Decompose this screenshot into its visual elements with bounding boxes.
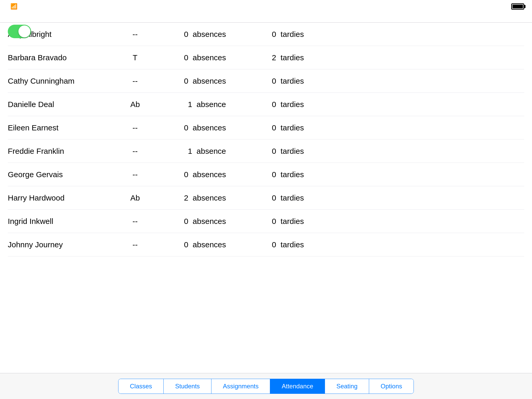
absences-count: 2 absences	[158, 194, 231, 202]
status-right	[509, 3, 524, 10]
student-list: Amy Albright -- 0 absences 0 tardies Bar…	[0, 23, 532, 256]
tardies-count: 0 tardies	[231, 77, 304, 85]
tardies-count: 0 tardies	[231, 240, 304, 249]
attendance-mark: --	[112, 77, 158, 85]
wifi-icon: 📶	[10, 3, 17, 10]
tardies-count: 0 tardies	[231, 194, 304, 202]
tab-classes[interactable]: Classes	[118, 379, 164, 394]
student-name: Barbara Bravado	[8, 53, 112, 62]
tardies-count: 0 tardies	[231, 147, 304, 156]
student-name: Ingrid Inkwell	[8, 217, 112, 226]
table-row[interactable]: George Gervais -- 0 absences 0 tardies	[8, 163, 524, 186]
tardies-count: 2 tardies	[231, 53, 304, 62]
table-row[interactable]: Danielle Deal Ab 1 absence 0 tardies	[8, 93, 524, 116]
table-row[interactable]: Ingrid Inkwell -- 0 absences 0 tardies	[8, 210, 524, 233]
absences-count: 0 absences	[158, 123, 231, 132]
table-row[interactable]: Freddie Franklin -- 1 absence 0 tardies	[8, 139, 524, 163]
student-name: Eileen Earnest	[8, 123, 112, 132]
tardies-count: 0 tardies	[231, 30, 304, 39]
table-row[interactable]: Barbara Bravado T 0 absences 2 tardies	[8, 46, 524, 69]
student-name: Harry Hardwood	[8, 194, 112, 202]
absences-count: 0 absences	[158, 53, 231, 62]
attendance-mark: --	[112, 170, 158, 179]
status-left: 📶	[8, 3, 17, 10]
student-name: Danielle Deal	[8, 100, 112, 109]
toggle-section[interactable]	[8, 25, 31, 39]
attendance-mark: --	[112, 147, 158, 156]
tab-assignments[interactable]: Assignments	[211, 379, 270, 394]
attendance-mark: --	[112, 123, 158, 132]
header	[0, 13, 532, 20]
tab-students[interactable]: Students	[164, 379, 211, 394]
tab-seating[interactable]: Seating	[325, 379, 369, 394]
tardies-count: 0 tardies	[231, 100, 304, 109]
table-row[interactable]: Johnny Journey -- 0 absences 0 tardies	[8, 233, 524, 256]
absences-count: 1 absence	[158, 100, 231, 109]
student-name: Freddie Franklin	[8, 147, 112, 156]
toggle-knob	[18, 25, 30, 37]
tab-bar-inner: ClassesStudentsAssignmentsAttendanceSeat…	[118, 379, 414, 394]
student-name: George Gervais	[8, 170, 112, 179]
absences-count: 0 absences	[158, 240, 231, 249]
absences-count: 0 absences	[158, 217, 231, 226]
attendance-toggle[interactable]	[8, 25, 31, 38]
tardies-count: 0 tardies	[231, 170, 304, 179]
attendance-mark: Ab	[112, 100, 158, 109]
tab-bar: ClassesStudentsAssignmentsAttendanceSeat…	[0, 373, 532, 399]
absences-count: 0 absences	[158, 170, 231, 179]
absences-count: 0 absences	[158, 30, 231, 39]
attendance-mark: T	[112, 53, 158, 62]
table-row[interactable]: Amy Albright -- 0 absences 0 tardies	[8, 23, 524, 46]
tab-attendance[interactable]: Attendance	[270, 379, 325, 394]
attendance-mark: --	[112, 217, 158, 226]
student-name: Johnny Journey	[8, 240, 112, 249]
attendance-mark: --	[112, 30, 158, 39]
table-row[interactable]: Harry Hardwood Ab 2 absences 0 tardies	[8, 186, 524, 210]
tardies-count: 0 tardies	[231, 217, 304, 226]
attendance-mark: Ab	[112, 194, 158, 202]
tab-options[interactable]: Options	[369, 379, 414, 394]
student-name: Cathy Cunningham	[8, 77, 112, 85]
table-row[interactable]: Cathy Cunningham -- 0 absences 0 tardies	[8, 69, 524, 93]
status-bar: 📶	[0, 0, 532, 13]
battery-icon	[511, 3, 524, 10]
absences-count: 0 absences	[158, 77, 231, 85]
tardies-count: 0 tardies	[231, 123, 304, 132]
attendance-mark: --	[112, 240, 158, 249]
absences-count: 1 absence	[158, 147, 231, 156]
table-row[interactable]: Eileen Earnest -- 0 absences 0 tardies	[8, 116, 524, 139]
